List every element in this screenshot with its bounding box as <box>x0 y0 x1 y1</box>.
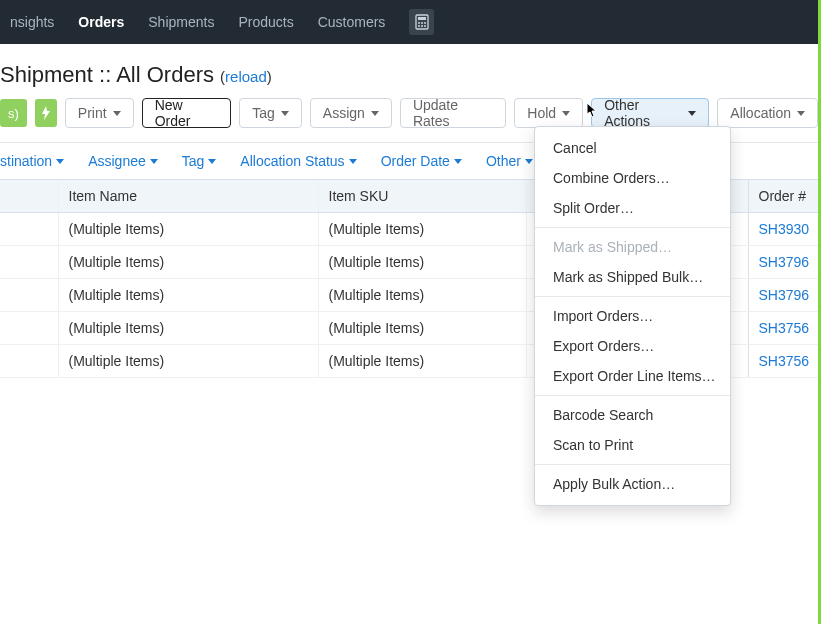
cell-item-name: (Multiple Items) <box>58 345 318 378</box>
cell-item-sku: (Multiple Items) <box>318 279 526 312</box>
nav-products[interactable]: Products <box>238 14 293 30</box>
cell-item-sku: (Multiple Items) <box>318 312 526 345</box>
page-title: Shipment :: All Orders <box>0 62 214 87</box>
filter-allocation-status[interactable]: Allocation Status <box>240 153 356 169</box>
svg-point-2 <box>418 22 420 24</box>
menu-separator <box>535 227 730 228</box>
cell-item-sku: (Multiple Items) <box>318 345 526 378</box>
menu-cancel[interactable]: Cancel <box>535 133 730 163</box>
cell-item-name: (Multiple Items) <box>58 279 318 312</box>
filter-assignee-label: Assignee <box>88 153 146 169</box>
menu-barcode-search[interactable]: Barcode Search <box>535 400 730 430</box>
filter-tag-label: Tag <box>182 153 205 169</box>
caret-down-icon <box>371 111 379 116</box>
menu-mark-as-shipped-bulk[interactable]: Mark as Shipped Bulk… <box>535 262 730 292</box>
menu-export-order-line-items[interactable]: Export Order Line Items… <box>535 361 730 391</box>
assign-button[interactable]: Assign <box>310 98 392 128</box>
filter-tag[interactable]: Tag <box>182 153 217 169</box>
cell-item-sku: (Multiple Items) <box>318 246 526 279</box>
chevron-down-icon <box>454 159 462 164</box>
top-nav: nsights Orders Shipments Products Custom… <box>0 0 818 44</box>
col-order-number[interactable]: Order # <box>748 180 821 213</box>
order-number-link[interactable]: SH3796 <box>759 287 810 303</box>
nav-shipments[interactable]: Shipments <box>148 14 214 30</box>
allocation-button[interactable]: Allocation <box>717 98 818 128</box>
chevron-down-icon <box>56 159 64 164</box>
menu-separator <box>535 296 730 297</box>
caret-down-icon <box>281 111 289 116</box>
filter-order-date-label: Order Date <box>381 153 450 169</box>
cell-item-sku: (Multiple Items) <box>318 213 526 246</box>
menu-separator <box>535 395 730 396</box>
chevron-down-icon <box>208 159 216 164</box>
nav-insights[interactable]: nsights <box>10 14 54 30</box>
caret-down-icon <box>688 111 696 116</box>
hold-label: Hold <box>527 105 556 121</box>
col-blank-left <box>0 180 58 213</box>
chevron-down-icon <box>349 159 357 164</box>
order-number-link[interactable]: SH3930 <box>759 221 810 237</box>
menu-apply-bulk-action[interactable]: Apply Bulk Action… <box>535 469 730 499</box>
print-label: Print <box>78 105 107 121</box>
menu-separator <box>535 464 730 465</box>
filter-order-date[interactable]: Order Date <box>381 153 462 169</box>
filter-other-label: Other <box>486 153 521 169</box>
menu-combine-orders[interactable]: Combine Orders… <box>535 163 730 193</box>
caret-down-icon <box>562 111 570 116</box>
assign-label: Assign <box>323 105 365 121</box>
bolt-button[interactable] <box>35 99 57 127</box>
menu-split-order[interactable]: Split Order… <box>535 193 730 223</box>
filter-assignee[interactable]: Assignee <box>88 153 158 169</box>
chevron-down-icon <box>150 159 158 164</box>
cell-item-name: (Multiple Items) <box>58 312 318 345</box>
svg-point-5 <box>418 25 420 27</box>
menu-mark-as-shipped: Mark as Shipped… <box>535 232 730 262</box>
other-actions-button[interactable]: Other Actions <box>591 98 709 128</box>
selection-pill[interactable]: s) <box>0 99 27 127</box>
col-item-name[interactable]: Item Name <box>58 180 318 213</box>
nav-customers[interactable]: Customers <box>318 14 386 30</box>
svg-point-6 <box>421 25 423 27</box>
svg-point-3 <box>421 22 423 24</box>
svg-point-4 <box>424 22 426 24</box>
tag-label: Tag <box>252 105 275 121</box>
cell-item-name: (Multiple Items) <box>58 246 318 279</box>
calculator-icon[interactable] <box>409 9 434 35</box>
menu-export-orders[interactable]: Export Orders… <box>535 331 730 361</box>
other-actions-label: Other Actions <box>604 97 682 129</box>
new-order-button[interactable]: New Order <box>142 98 232 128</box>
filter-destination[interactable]: stination <box>0 153 64 169</box>
svg-rect-1 <box>418 17 426 20</box>
print-button[interactable]: Print <box>65 98 134 128</box>
svg-point-7 <box>424 25 426 27</box>
update-rates-button[interactable]: Update Rates <box>400 98 506 128</box>
order-number-link[interactable]: SH3756 <box>759 320 810 336</box>
filter-allocation-status-label: Allocation Status <box>240 153 344 169</box>
nav-orders[interactable]: Orders <box>78 14 124 30</box>
reload-link[interactable]: reload <box>225 68 267 85</box>
allocation-label: Allocation <box>730 105 791 121</box>
filter-other[interactable]: Other <box>486 153 533 169</box>
caret-down-icon <box>113 111 121 116</box>
hold-button[interactable]: Hold <box>514 98 583 128</box>
menu-scan-to-print[interactable]: Scan to Print <box>535 430 730 460</box>
order-number-link[interactable]: SH3756 <box>759 353 810 369</box>
filter-destination-label: stination <box>0 153 52 169</box>
reload-close-paren: ) <box>267 68 272 85</box>
tag-button[interactable]: Tag <box>239 98 302 128</box>
col-item-sku[interactable]: Item SKU <box>318 180 526 213</box>
cell-item-name: (Multiple Items) <box>58 213 318 246</box>
chevron-down-icon <box>525 159 533 164</box>
order-number-link[interactable]: SH3796 <box>759 254 810 270</box>
caret-down-icon <box>797 111 805 116</box>
other-actions-menu: Cancel Combine Orders… Split Order… Mark… <box>534 126 731 506</box>
menu-import-orders[interactable]: Import Orders… <box>535 301 730 331</box>
